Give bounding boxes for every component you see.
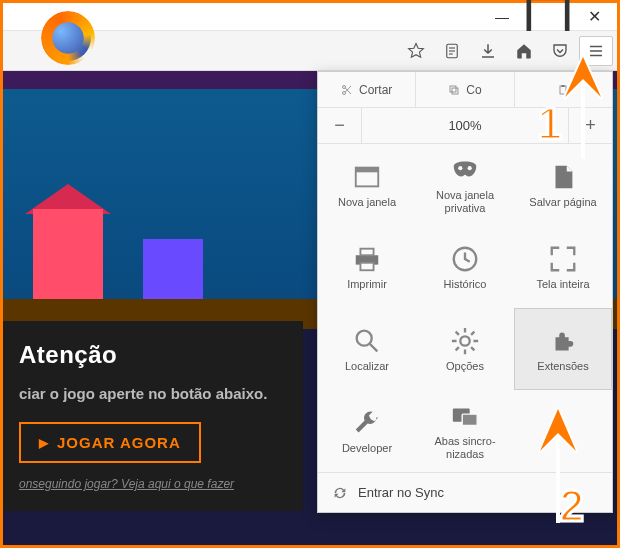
find-button[interactable]: Localizar [318, 308, 416, 390]
cut-button[interactable]: Cortar [318, 72, 416, 107]
annotation-number-1: 1 [538, 99, 562, 149]
svg-point-8 [342, 85, 345, 88]
play-button[interactable]: JOGAR AGORA [19, 422, 201, 463]
copy-button[interactable]: Co [416, 72, 514, 107]
sync-icon [332, 485, 348, 501]
window-icon [352, 162, 382, 192]
minimize-button[interactable]: — [479, 3, 525, 31]
svg-line-25 [370, 343, 378, 351]
annotation-arrow-1 [557, 49, 609, 159]
svg-rect-28 [462, 414, 477, 425]
print-button[interactable]: Imprimir [318, 226, 416, 308]
puzzle-icon [548, 326, 578, 356]
svg-point-26 [460, 336, 469, 345]
mask-icon [450, 155, 480, 185]
reader-icon[interactable] [435, 36, 469, 66]
attention-heading: Atenção [19, 341, 287, 369]
svg-rect-13 [450, 86, 456, 92]
gear-icon [450, 326, 480, 356]
svg-rect-17 [356, 167, 379, 172]
svg-point-24 [357, 330, 372, 345]
zoom-out-button[interactable]: − [318, 108, 362, 143]
close-button[interactable]: ✕ [571, 3, 617, 31]
wrench-icon [352, 408, 382, 438]
svg-rect-12 [452, 88, 458, 94]
developer-button[interactable]: Developer [318, 390, 416, 472]
new-window-button[interactable]: Nova janela [318, 144, 416, 226]
private-window-button[interactable]: Nova janela privativa [416, 144, 514, 226]
options-button[interactable]: Opções [416, 308, 514, 390]
game-overlay: Atenção ciar o jogo aperte no botão abai… [3, 321, 303, 511]
extensions-button[interactable]: Extensões [514, 308, 612, 390]
download-icon[interactable] [471, 36, 505, 66]
annotation-number-2: 2 [560, 481, 584, 531]
history-button[interactable]: Histórico [416, 226, 514, 308]
scissors-icon [341, 84, 353, 96]
history-icon [450, 244, 480, 274]
fullscreen-icon [548, 244, 578, 274]
search-icon [352, 326, 382, 356]
synced-tabs-icon [450, 401, 480, 431]
home-icon[interactable] [507, 36, 541, 66]
copy-icon [448, 84, 460, 96]
svg-point-9 [342, 91, 345, 94]
help-link[interactable]: onseguindo jogar? Veja aqui o que fazer [19, 477, 287, 491]
attention-subtitle: ciar o jogo aperte no botão abaixo. [19, 383, 287, 404]
fullscreen-button[interactable]: Tela inteira [514, 226, 612, 308]
svg-rect-22 [360, 262, 373, 270]
maximize-button[interactable] [525, 3, 571, 31]
bookmark-star-icon[interactable] [399, 36, 433, 66]
firefox-logo-icon [39, 9, 97, 67]
document-icon [548, 162, 578, 192]
printer-icon [352, 244, 382, 274]
synced-tabs-button[interactable]: Abas sincro-nizadas [416, 390, 514, 472]
svg-rect-21 [360, 248, 373, 255]
svg-point-19 [468, 166, 472, 170]
svg-point-18 [458, 166, 462, 170]
